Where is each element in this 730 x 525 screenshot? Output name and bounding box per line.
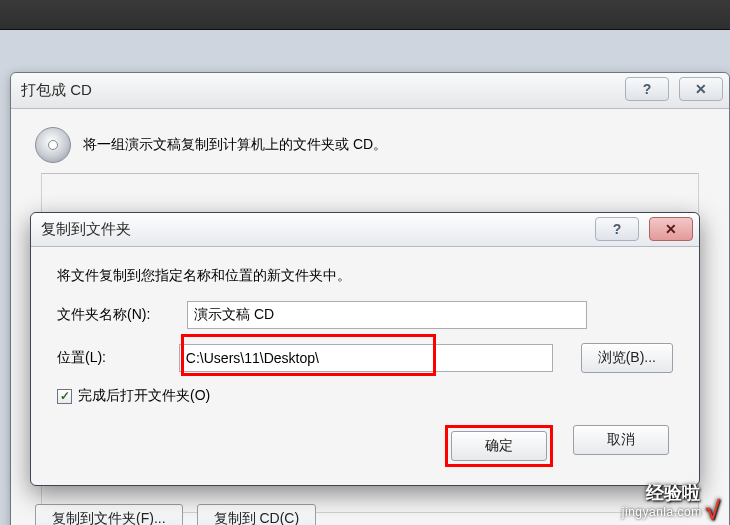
- folder-name-input[interactable]: [187, 301, 587, 329]
- watermark-main: 经验啦: [646, 481, 700, 505]
- copy-to-folder-label: 复制到文件夹(F)...: [52, 510, 166, 525]
- watermark-sub: jingyanla.com: [622, 505, 702, 519]
- open-after-row: ✓ 完成后打开文件夹(O): [57, 387, 673, 405]
- folder-name-label: 文件夹名称(N):: [57, 306, 177, 324]
- close-icon: ✕: [665, 222, 677, 236]
- annotation-ok-highlight: 确定: [445, 425, 553, 467]
- watermark: 经验啦 jingyanla.com √: [622, 481, 720, 519]
- child-title: 复制到文件夹: [41, 220, 131, 239]
- intro-row: 将一组演示文稿复制到计算机上的文件夹或 CD。: [35, 127, 705, 163]
- parent-footer: 复制到文件夹(F)... 复制到 CD(C): [35, 504, 316, 525]
- copy-to-folder-dialog: 复制到文件夹 ? ✕ 将文件复制到您指定名称和位置的新文件夹中。 文件夹名称(N…: [30, 212, 700, 486]
- cd-icon: [35, 127, 71, 163]
- copy-to-folder-button[interactable]: 复制到文件夹(F)...: [35, 504, 183, 525]
- child-help-button[interactable]: ?: [595, 217, 639, 241]
- ok-button[interactable]: 确定: [451, 431, 547, 461]
- parent-help-button[interactable]: ?: [625, 77, 669, 101]
- child-body: 将文件复制到您指定名称和位置的新文件夹中。 文件夹名称(N): 位置(L): 浏…: [31, 247, 699, 485]
- cancel-button[interactable]: 取消: [573, 425, 669, 455]
- copy-to-cd-button[interactable]: 复制到 CD(C): [197, 504, 317, 525]
- intro-text: 将一组演示文稿复制到计算机上的文件夹或 CD。: [83, 136, 387, 154]
- open-after-checkbox[interactable]: ✓: [57, 389, 72, 404]
- child-titlebar: 复制到文件夹 ? ✕: [31, 213, 699, 247]
- ok-label: 确定: [485, 437, 513, 455]
- help-icon: ?: [643, 82, 652, 96]
- child-close-button[interactable]: ✕: [649, 217, 693, 241]
- location-label: 位置(L):: [57, 349, 169, 367]
- folder-name-row: 文件夹名称(N):: [57, 301, 673, 329]
- location-row: 位置(L): 浏览(B)...: [57, 343, 673, 373]
- child-footer: 确定 取消: [57, 425, 673, 467]
- browse-label: 浏览(B)...: [598, 349, 656, 367]
- app-topbar: [0, 0, 730, 30]
- copy-to-cd-label: 复制到 CD(C): [214, 510, 300, 525]
- child-window-controls: ? ✕: [595, 217, 693, 241]
- location-input[interactable]: [179, 344, 553, 372]
- checkmark-icon: ✓: [60, 390, 70, 402]
- close-icon: ✕: [695, 82, 707, 96]
- watermark-check-icon: √: [706, 501, 720, 519]
- parent-titlebar: 打包成 CD ? ✕: [11, 73, 729, 109]
- parent-title: 打包成 CD: [21, 81, 92, 100]
- workspace: 打包成 CD ? ✕ 将一组演示文稿复制到计算机上的文件夹或 CD。 复制到文件…: [0, 30, 730, 525]
- cancel-label: 取消: [607, 431, 635, 449]
- browse-button[interactable]: 浏览(B)...: [581, 343, 673, 373]
- parent-close-button[interactable]: ✕: [679, 77, 723, 101]
- help-icon: ?: [613, 222, 622, 236]
- instruction-text: 将文件复制到您指定名称和位置的新文件夹中。: [57, 267, 673, 285]
- open-after-label: 完成后打开文件夹(O): [78, 387, 210, 405]
- parent-window-controls: ? ✕: [625, 77, 723, 101]
